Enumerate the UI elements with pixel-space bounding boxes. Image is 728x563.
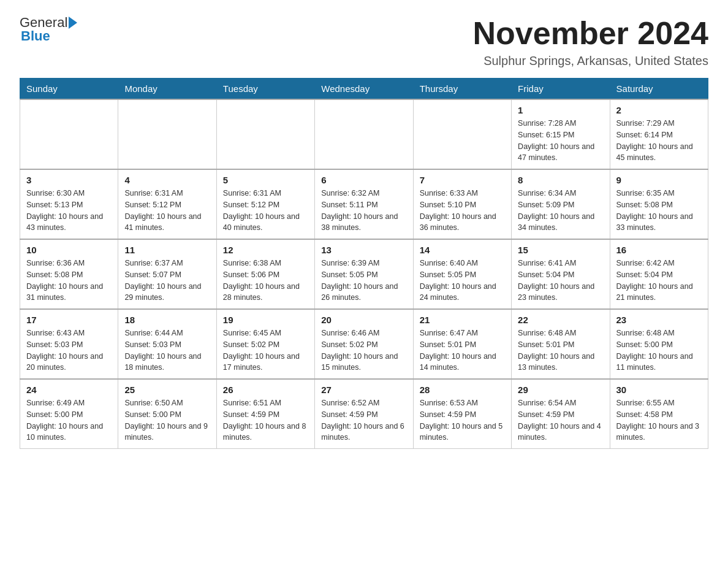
calendar-cell: 23Sunrise: 6:48 AMSunset: 5:00 PMDayligh… <box>610 309 708 379</box>
day-info: Sunrise: 6:55 AMSunset: 4:58 PMDaylight:… <box>616 397 702 443</box>
day-number: 1 <box>518 105 603 115</box>
calendar-cell: 9Sunrise: 6:35 AMSunset: 5:08 PMDaylight… <box>610 169 708 239</box>
calendar-cell <box>216 99 314 169</box>
day-number: 28 <box>420 385 505 395</box>
calendar-cell: 10Sunrise: 6:36 AMSunset: 5:08 PMDayligh… <box>20 239 118 309</box>
day-number: 27 <box>321 385 406 395</box>
day-info: Sunrise: 6:49 AMSunset: 5:00 PMDaylight:… <box>26 397 112 443</box>
day-number: 8 <box>518 175 603 185</box>
day-info: Sunrise: 6:42 AMSunset: 5:04 PMDaylight:… <box>616 258 702 304</box>
day-info: Sunrise: 6:48 AMSunset: 5:01 PMDaylight:… <box>518 327 603 373</box>
day-number: 21 <box>420 315 505 325</box>
calendar-cell: 20Sunrise: 6:46 AMSunset: 5:02 PMDayligh… <box>315 309 413 379</box>
calendar-cell: 14Sunrise: 6:40 AMSunset: 5:05 PMDayligh… <box>413 239 511 309</box>
calendar-cell: 12Sunrise: 6:38 AMSunset: 5:06 PMDayligh… <box>216 239 314 309</box>
day-info: Sunrise: 6:34 AMSunset: 5:09 PMDaylight:… <box>518 188 603 234</box>
header-saturday: Saturday <box>610 79 708 100</box>
day-number: 23 <box>616 315 702 325</box>
calendar-cell: 7Sunrise: 6:33 AMSunset: 5:10 PMDaylight… <box>413 169 511 239</box>
day-number: 30 <box>616 385 702 395</box>
calendar-cell: 18Sunrise: 6:44 AMSunset: 5:03 PMDayligh… <box>118 309 216 379</box>
day-info: Sunrise: 6:50 AMSunset: 5:00 PMDaylight:… <box>124 397 210 443</box>
week-row-4: 17Sunrise: 6:43 AMSunset: 5:03 PMDayligh… <box>20 309 708 379</box>
calendar-cell: 30Sunrise: 6:55 AMSunset: 4:58 PMDayligh… <box>610 379 708 449</box>
day-info: Sunrise: 6:45 AMSunset: 5:02 PMDaylight:… <box>223 327 308 373</box>
header-friday: Friday <box>512 79 610 100</box>
calendar-cell: 29Sunrise: 6:54 AMSunset: 4:59 PMDayligh… <box>512 379 610 449</box>
calendar-cell: 13Sunrise: 6:39 AMSunset: 5:05 PMDayligh… <box>315 239 413 309</box>
day-number: 19 <box>223 315 308 325</box>
day-info: Sunrise: 6:53 AMSunset: 4:59 PMDaylight:… <box>420 397 505 443</box>
day-info: Sunrise: 6:46 AMSunset: 5:02 PMDaylight:… <box>321 327 406 373</box>
header-sunday: Sunday <box>20 79 118 100</box>
logo: General Blue <box>20 15 77 44</box>
logo-arrow-icon <box>69 17 77 29</box>
day-info: Sunrise: 6:39 AMSunset: 5:05 PMDaylight:… <box>321 258 406 304</box>
calendar-cell: 1Sunrise: 7:28 AMSunset: 6:15 PMDaylight… <box>512 99 610 169</box>
day-info: Sunrise: 6:31 AMSunset: 5:12 PMDaylight:… <box>223 188 308 234</box>
calendar-cell: 27Sunrise: 6:52 AMSunset: 4:59 PMDayligh… <box>315 379 413 449</box>
day-info: Sunrise: 6:41 AMSunset: 5:04 PMDaylight:… <box>518 258 603 304</box>
header-wednesday: Wednesday <box>315 79 413 100</box>
day-number: 18 <box>124 315 210 325</box>
week-row-1: 1Sunrise: 7:28 AMSunset: 6:15 PMDaylight… <box>20 99 708 169</box>
week-row-2: 3Sunrise: 6:30 AMSunset: 5:13 PMDaylight… <box>20 169 708 239</box>
day-number: 29 <box>518 385 603 395</box>
location-subtitle: Sulphur Springs, Arkansas, United States <box>473 54 708 68</box>
day-info: Sunrise: 6:44 AMSunset: 5:03 PMDaylight:… <box>124 327 210 373</box>
day-number: 10 <box>26 245 112 255</box>
day-info: Sunrise: 6:32 AMSunset: 5:11 PMDaylight:… <box>321 188 406 234</box>
day-number: 15 <box>518 245 603 255</box>
page-header: General Blue November 2024 Sulphur Sprin… <box>20 15 708 68</box>
day-number: 26 <box>223 385 308 395</box>
day-info: Sunrise: 6:52 AMSunset: 4:59 PMDaylight:… <box>321 397 406 443</box>
day-info: Sunrise: 6:51 AMSunset: 4:59 PMDaylight:… <box>223 397 308 443</box>
day-number: 24 <box>26 385 112 395</box>
day-info: Sunrise: 6:47 AMSunset: 5:01 PMDaylight:… <box>420 327 505 373</box>
title-section: November 2024 Sulphur Springs, Arkansas,… <box>473 15 708 68</box>
header-monday: Monday <box>118 79 216 100</box>
week-row-3: 10Sunrise: 6:36 AMSunset: 5:08 PMDayligh… <box>20 239 708 309</box>
calendar-cell <box>413 99 511 169</box>
weekday-header-row: Sunday Monday Tuesday Wednesday Thursday… <box>20 79 708 100</box>
day-number: 4 <box>124 175 210 185</box>
calendar-cell: 16Sunrise: 6:42 AMSunset: 5:04 PMDayligh… <box>610 239 708 309</box>
day-number: 5 <box>223 175 308 185</box>
calendar-cell <box>20 99 118 169</box>
calendar-cell: 11Sunrise: 6:37 AMSunset: 5:07 PMDayligh… <box>118 239 216 309</box>
calendar-cell: 25Sunrise: 6:50 AMSunset: 5:00 PMDayligh… <box>118 379 216 449</box>
calendar-cell: 22Sunrise: 6:48 AMSunset: 5:01 PMDayligh… <box>512 309 610 379</box>
calendar-cell <box>118 99 216 169</box>
day-info: Sunrise: 6:30 AMSunset: 5:13 PMDaylight:… <box>26 188 112 234</box>
day-number: 20 <box>321 315 406 325</box>
logo-blue: Blue <box>21 28 50 44</box>
week-row-5: 24Sunrise: 6:49 AMSunset: 5:00 PMDayligh… <box>20 379 708 449</box>
day-info: Sunrise: 6:37 AMSunset: 5:07 PMDaylight:… <box>124 258 210 304</box>
day-number: 16 <box>616 245 702 255</box>
day-number: 6 <box>321 175 406 185</box>
calendar-cell: 4Sunrise: 6:31 AMSunset: 5:12 PMDaylight… <box>118 169 216 239</box>
day-info: Sunrise: 6:35 AMSunset: 5:08 PMDaylight:… <box>616 188 702 234</box>
day-number: 11 <box>124 245 210 255</box>
day-info: Sunrise: 7:29 AMSunset: 6:14 PMDaylight:… <box>616 118 702 164</box>
calendar-cell: 17Sunrise: 6:43 AMSunset: 5:03 PMDayligh… <box>20 309 118 379</box>
day-info: Sunrise: 6:40 AMSunset: 5:05 PMDaylight:… <box>420 258 505 304</box>
day-info: Sunrise: 6:43 AMSunset: 5:03 PMDaylight:… <box>26 327 112 373</box>
calendar-cell: 26Sunrise: 6:51 AMSunset: 4:59 PMDayligh… <box>216 379 314 449</box>
day-number: 25 <box>124 385 210 395</box>
day-number: 7 <box>420 175 505 185</box>
calendar-cell: 6Sunrise: 6:32 AMSunset: 5:11 PMDaylight… <box>315 169 413 239</box>
month-title: November 2024 <box>473 15 708 52</box>
day-info: Sunrise: 6:36 AMSunset: 5:08 PMDaylight:… <box>26 258 112 304</box>
day-info: Sunrise: 6:54 AMSunset: 4:59 PMDaylight:… <box>518 397 603 443</box>
calendar-cell: 15Sunrise: 6:41 AMSunset: 5:04 PMDayligh… <box>512 239 610 309</box>
calendar-table: Sunday Monday Tuesday Wednesday Thursday… <box>20 78 708 449</box>
calendar-cell: 2Sunrise: 7:29 AMSunset: 6:14 PMDaylight… <box>610 99 708 169</box>
day-number: 3 <box>26 175 112 185</box>
day-number: 13 <box>321 245 406 255</box>
calendar-cell <box>315 99 413 169</box>
day-number: 14 <box>420 245 505 255</box>
day-number: 9 <box>616 175 702 185</box>
day-info: Sunrise: 6:48 AMSunset: 5:00 PMDaylight:… <box>616 327 702 373</box>
calendar-cell: 8Sunrise: 6:34 AMSunset: 5:09 PMDaylight… <box>512 169 610 239</box>
